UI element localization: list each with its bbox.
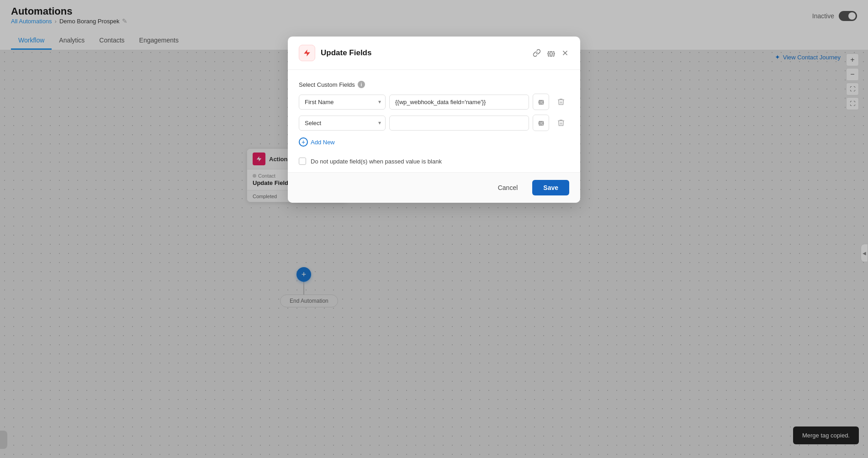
modal-footer: Cancel Save [288,172,580,203]
add-new-button[interactable]: + Add New [299,136,335,148]
modal-header: Update Fields {{}} [288,37,580,70]
modal-header-actions: {{}} [533,49,569,57]
modal-body: Select Custom Fields i First Name Last N… [288,70,580,172]
cancel-button[interactable]: Cancel [489,180,527,195]
modal-icon [299,45,315,61]
save-button[interactable]: Save [532,180,569,195]
field-value-input-1[interactable] [389,95,529,110]
update-fields-modal: Update Fields {{}} Se [288,37,580,203]
merge-tag-btn-1[interactable]: {{}} [533,94,549,110]
field-row-2: Select First Name Last Name {{}} [299,115,569,131]
field-select-wrapper-1: First Name Last Name Email [299,95,386,110]
field-select-wrapper-2: Select First Name Last Name [299,116,386,131]
modal-overlay: Update Fields {{}} Se [0,0,868,458]
section-label-text: Select Custom Fields [299,81,355,88]
modal-title: Update Fields [321,48,371,58]
field-select-2[interactable]: Select First Name Last Name [299,116,386,131]
delete-row-1-button[interactable] [553,94,569,110]
checkbox-label: Do not update field(s) when passed value… [311,158,442,165]
modal-header-left: Update Fields [299,45,371,61]
merge-tag-btn-2[interactable]: {{}} [533,115,549,131]
delete-row-2-button[interactable] [553,115,569,131]
link-button[interactable] [533,49,541,57]
field-select-1[interactable]: First Name Last Name Email [299,95,386,110]
add-new-label: Add New [311,139,335,146]
field-value-input-2[interactable] [389,116,529,131]
checkbox-row: Do not update field(s) when passed value… [299,158,569,165]
add-new-circle-icon: + [299,137,308,147]
field-row-1: First Name Last Name Email {{}} [299,94,569,110]
blank-value-checkbox[interactable] [299,158,306,165]
info-icon[interactable]: i [358,81,365,88]
merge-tag-button[interactable]: {{}} [547,50,555,57]
section-label: Select Custom Fields i [299,81,569,88]
close-modal-button[interactable] [561,49,569,57]
